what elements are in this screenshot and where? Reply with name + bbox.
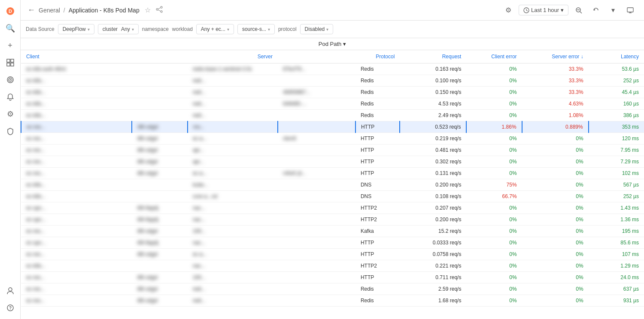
table-body: ec-k8s-auth-46mi redis-base-1-sentinel-3… (21, 63, 644, 307)
cell-col2: i86-xdgsl (132, 272, 187, 283)
cell-request: 0.100 req/s (400, 75, 466, 87)
cell-client-error: 1.86% (466, 121, 522, 133)
protocol-label: protocol (278, 26, 297, 32)
cell-server: core-a...nd (188, 191, 278, 202)
table-row[interactable]: ec-res... i86-xdgsl redi... Redis 2.59 r… (21, 283, 644, 295)
logo-icon[interactable]: D (3, 3, 18, 19)
workload-filter[interactable]: Any + ec... ▾ (196, 24, 234, 34)
svg-point-14 (161, 11, 162, 12)
table-row[interactable]: ec-k8s... core-a...nd DNS 0.108 req/s 66… (21, 191, 644, 202)
table-row[interactable]: ec-res... i86-xdgsl redi... Redis 1.68 r… (21, 295, 644, 307)
cell-server-error: 0% (522, 133, 589, 144)
cell-latency: 85.6 ms (589, 237, 644, 249)
table-row[interactable]: ec-k8s-auth-46mi redis-base-1-sentinel-3… (21, 63, 644, 75)
cell-protocol-tag (278, 226, 355, 237)
cell-protocol: Redis (355, 283, 400, 295)
table-row[interactable]: ec-res... i86-xdgsl 100... Kafka 15.2 re… (21, 226, 644, 237)
cell-request: 0.200 req/s (400, 179, 466, 191)
cell-client: ec-res... (21, 156, 132, 168)
cell-latency: 195 ms (589, 226, 644, 237)
pod-path-header[interactable]: Pod Path ▾ (21, 38, 644, 50)
table-row[interactable]: ec-k8s... redi... Redis 0.100 req/s 0% 3… (21, 75, 644, 87)
cell-protocol: Redis (355, 295, 400, 307)
cell-col2 (132, 98, 187, 110)
cell-protocol-tag (278, 283, 355, 295)
col-header-client[interactable]: Client (21, 50, 132, 63)
cell-server-error: 0% (522, 272, 589, 283)
settings-icon[interactable]: ⚙ (3, 106, 18, 122)
server-error-sort-icon: ↓ (581, 54, 583, 60)
breadcrumb-root[interactable]: General (39, 7, 60, 14)
time-label: Last 1 hour (531, 7, 559, 13)
col-header-server[interactable]: Server (188, 50, 278, 63)
shield-icon[interactable] (3, 123, 18, 139)
col-header-latency[interactable]: Latency (589, 50, 644, 63)
cell-protocol: HTTP2 (355, 214, 400, 226)
table-row[interactable]: ec-res... i86-xdgsl ec-a... HTTP 0.0758 … (21, 249, 644, 260)
time-selector[interactable]: Last 1 hour ▾ (519, 5, 568, 15)
cell-col2 (132, 260, 187, 272)
user-icon[interactable] (3, 283, 18, 298)
share-icon[interactable] (156, 6, 163, 15)
cell-protocol-tag (278, 237, 355, 249)
table-row[interactable]: ec-upc... i69-9qq4j nac... HTTP 0.0333 r… (21, 237, 644, 249)
cell-server: nac... (188, 260, 278, 272)
cluster-filter[interactable]: cluster Any ▾ (98, 24, 139, 34)
more-chevron-button[interactable]: ▾ (606, 3, 620, 17)
cell-col2: i86-xdgsl (132, 156, 187, 168)
col-header-client-error[interactable]: Client error (466, 50, 522, 63)
cell-col2 (132, 75, 187, 87)
bell-icon[interactable] (3, 89, 18, 105)
cell-latency: 1.29 ms (589, 260, 644, 272)
target-icon[interactable] (3, 72, 18, 87)
cell-server: nac... (188, 237, 278, 249)
cell-request: 1.68 req/s (400, 295, 466, 307)
table-row[interactable]: ec-res... i86-xdgsl ec-a... n4tx6 (d... … (21, 168, 644, 179)
pod-path-label: Pod Path (319, 41, 342, 47)
cell-client: ec-res... (21, 249, 132, 260)
cell-client: ec-res... (21, 295, 132, 307)
cell-client: ec-k8s-auth-46mi (21, 63, 132, 75)
col-header-protocol[interactable]: Protocol (355, 50, 400, 63)
gear-button[interactable]: ⚙ (501, 3, 515, 17)
cell-latency: 1.43 ms (589, 202, 644, 214)
table-row[interactable]: ec-res... i86-xdgsl api... HTTP 0.481 re… (21, 144, 644, 156)
protocol-filter[interactable]: Disabled ▾ (300, 24, 334, 34)
grid-icon[interactable] (3, 55, 18, 70)
add-icon[interactable]: + (3, 38, 18, 53)
search-icon[interactable]: 🔍 (3, 21, 18, 36)
table-row[interactable]: ec-res... i86-xdgsl mo... HTTP 0.523 req… (21, 121, 644, 133)
table-row[interactable]: ec-k8s... redi... 46959987... Redis 0.15… (21, 87, 644, 98)
cell-client: ec-res... (21, 144, 132, 156)
pod-path-chevron: ▾ (343, 41, 346, 47)
refresh-button[interactable] (589, 3, 603, 17)
table-row[interactable]: ec-res... i86-xdgsl ec-a... nbnr8 HTTP 0… (21, 133, 644, 144)
cell-client: ec-k8s... (21, 260, 132, 272)
cell-request: 0.131 req/s (400, 168, 466, 179)
svg-point-13 (156, 9, 158, 10)
cell-client-error: 0% (466, 110, 522, 121)
cell-request: 4.53 req/s (400, 98, 466, 110)
back-button[interactable]: ← (27, 6, 35, 15)
datasource-filter[interactable]: DeepFlow ▾ (58, 24, 94, 34)
table-row[interactable]: ec-k8s... redi... Redis 2.49 req/s 0% 1.… (21, 110, 644, 121)
cell-protocol: HTTP (355, 144, 400, 156)
table-row[interactable]: ec-k8s... redi... 649485-... Redis 4.53 … (21, 98, 644, 110)
table-row[interactable]: ec-k8s... kube... DNS 0.200 req/s 75% 0%… (21, 179, 644, 191)
table-row[interactable]: ec-k8s... nac... HTTP2 0.221 req/s 0% 0%… (21, 260, 644, 272)
col-header-server-error[interactable]: Server error ↓ (522, 50, 589, 63)
cell-col2: i86-xdgsl (132, 168, 187, 179)
help-icon[interactable]: ? (3, 300, 18, 316)
table-row[interactable]: ec-upc... i69-9qq4j nac... HTTP2 0.200 r… (21, 214, 644, 226)
table-row[interactable]: ec-res... i86-xdgsl 100... HTTP 0.711 re… (21, 272, 644, 283)
workload-label: workload (172, 26, 193, 32)
table-row[interactable]: ec-res... i86-xdgsl api... HTTP 0.302 re… (21, 156, 644, 168)
table-row[interactable]: ec-upc... i69-9qq4j nac... HTTP2 0.207 r… (21, 202, 644, 214)
source-filter[interactable]: source-s... ▾ (237, 24, 275, 34)
cell-protocol-tag (278, 295, 355, 307)
star-icon[interactable]: ☆ (145, 6, 151, 14)
zoom-out-button[interactable] (572, 3, 586, 17)
col-header-request[interactable]: Request (400, 50, 466, 63)
data-table: Client Server Protocol Request Client er… (21, 50, 644, 307)
monitor-button[interactable] (623, 3, 637, 17)
